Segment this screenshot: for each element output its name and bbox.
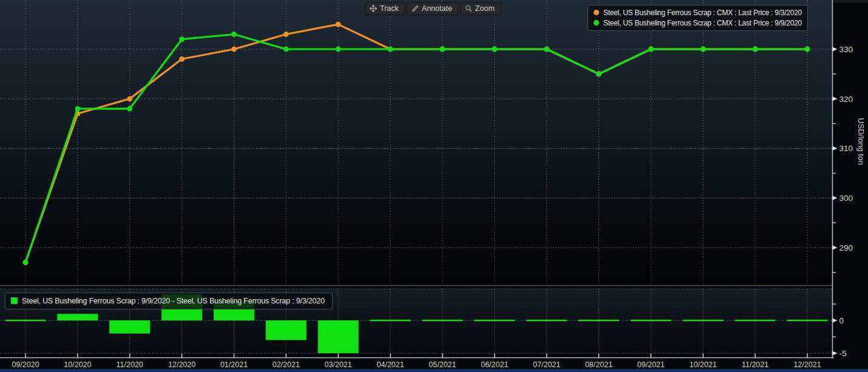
svg-text:08/2021: 08/2021 xyxy=(585,360,612,369)
chart-window: 09/202010/202011/202012/202001/202102/20… xyxy=(0,0,868,372)
legend-item-9-3-2020[interactable]: Steel, US Busheling Ferrous Scrap : CMX … xyxy=(594,7,802,18)
track-button[interactable]: Track xyxy=(365,2,405,15)
chart-toolbar: Track Annotate Zoom xyxy=(365,2,501,15)
diff-y-axis-ticks: 0-5 xyxy=(833,304,847,358)
bottom-window-strip xyxy=(0,369,868,372)
track-move-icon xyxy=(370,5,377,12)
svg-text:310: 310 xyxy=(839,144,853,153)
legend-item-difference[interactable]: Steel, US Busheling Ferrous Scrap : 9/9/… xyxy=(11,295,325,306)
svg-text:10/2020: 10/2020 xyxy=(64,360,91,369)
annotate-button-label: Annotate xyxy=(422,4,452,13)
main-y-axis-ticks: 290300310320330USD/long ton xyxy=(833,45,866,272)
svg-text:09/2021: 09/2021 xyxy=(637,360,665,369)
svg-text:06/2021: 06/2021 xyxy=(481,360,508,369)
svg-text:05/2021: 05/2021 xyxy=(429,360,456,369)
zoom-magnifier-icon xyxy=(465,5,472,12)
difference-legend: Steel, US Busheling Ferrous Scrap : 9/9/… xyxy=(5,293,333,309)
main-legend: Steel, US Busheling Ferrous Scrap : CMX … xyxy=(588,5,808,31)
svg-text:320: 320 xyxy=(839,95,853,104)
legend-item-label: Steel, US Busheling Ferrous Scrap : CMX … xyxy=(603,19,802,27)
svg-text:02/2021: 02/2021 xyxy=(273,360,300,369)
svg-text:12/2020: 12/2020 xyxy=(168,360,195,369)
green-diff-square-icon xyxy=(11,297,18,304)
svg-text:11/2021: 11/2021 xyxy=(742,360,768,369)
svg-text:-5: -5 xyxy=(839,349,847,358)
zoom-button[interactable]: Zoom xyxy=(460,2,501,15)
orange-series-dot-icon xyxy=(594,10,599,15)
y-axis-unit-label: USD/long ton xyxy=(856,118,866,164)
svg-text:10/2021: 10/2021 xyxy=(690,360,717,369)
main-panel-background xyxy=(0,0,833,286)
legend-item-9-9-2020[interactable]: Steel, US Busheling Ferrous Scrap : CMX … xyxy=(594,18,802,28)
zoom-button-label: Zoom xyxy=(475,4,495,13)
svg-text:330: 330 xyxy=(839,45,853,54)
price-chart-canvas[interactable]: 09/202010/202011/202012/202001/202102/20… xyxy=(0,0,868,372)
svg-text:04/2021: 04/2021 xyxy=(377,360,404,369)
svg-text:12/2021: 12/2021 xyxy=(793,360,821,369)
svg-text:290: 290 xyxy=(839,243,853,252)
svg-text:01/2021: 01/2021 xyxy=(220,360,248,369)
legend-item-label: Steel, US Busheling Ferrous Scrap : 9/9/… xyxy=(22,297,325,305)
green-series-dot-icon xyxy=(594,20,599,25)
svg-text:09/2020: 09/2020 xyxy=(12,360,39,369)
svg-text:07/2021: 07/2021 xyxy=(533,360,560,369)
legend-item-label: Steel, US Busheling Ferrous Scrap : CMX … xyxy=(603,8,802,17)
svg-text:0: 0 xyxy=(839,316,844,325)
annotate-button[interactable]: Annotate xyxy=(407,2,458,15)
svg-text:300: 300 xyxy=(839,194,853,203)
svg-text:11/2020: 11/2020 xyxy=(117,360,143,369)
svg-text:03/2021: 03/2021 xyxy=(325,360,352,369)
annotate-pencil-icon xyxy=(412,5,419,12)
track-button-label: Track xyxy=(380,4,399,13)
